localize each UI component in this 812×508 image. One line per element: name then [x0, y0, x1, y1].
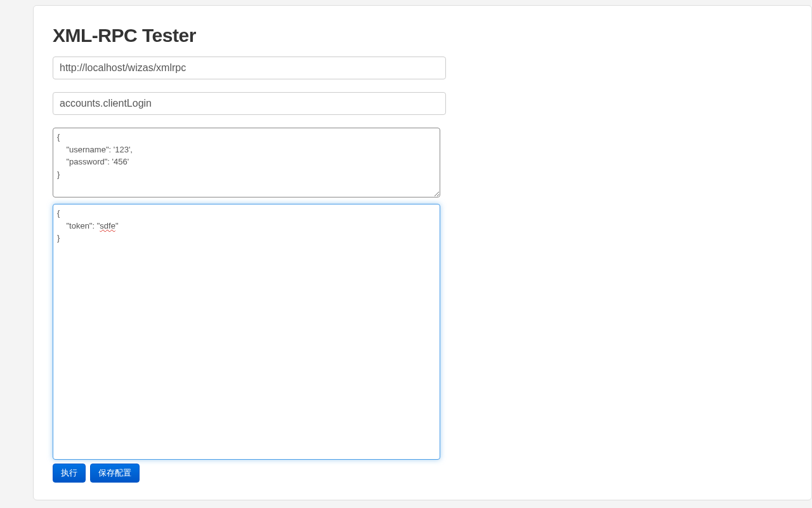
page-title: XML-RPC Tester — [53, 25, 792, 46]
endpoint-input[interactable] — [53, 57, 446, 79]
app-container: XML-RPC Tester { "username": '123', "pas… — [33, 5, 812, 500]
execute-button[interactable]: 执行 — [53, 464, 86, 483]
result-textarea[interactable]: { "token": "sdfe" } — [53, 204, 440, 460]
method-input[interactable] — [53, 92, 446, 115]
params-textarea[interactable]: { "username": '123', "password": '456' } — [53, 128, 440, 197]
save-config-button[interactable]: 保存配置 — [90, 464, 140, 483]
